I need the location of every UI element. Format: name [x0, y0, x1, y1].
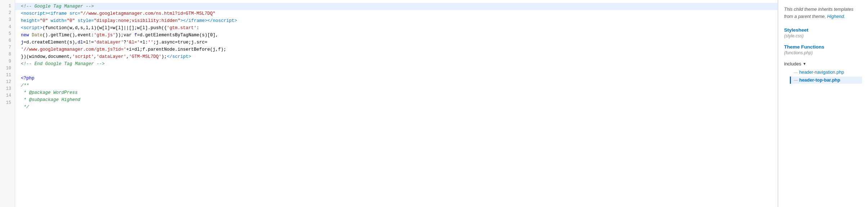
line-num-12: 12: [0, 79, 15, 86]
code-line-15: */: [15, 104, 778, 111]
line-num-11: 11: [0, 72, 15, 79]
code-line-13: * @package WordPress: [15, 89, 778, 96]
line-num-3: 3: [0, 17, 15, 23]
folder-label: includes: [784, 61, 801, 66]
line-numbers: 1 2 3 4 5 6 7 8 9 10 11 12 13 14 15: [0, 0, 15, 207]
file-prefix-2: —: [794, 78, 798, 82]
line-num-9: 9: [0, 58, 15, 65]
line-num-1: 1: [0, 3, 15, 10]
line-num-5: 5: [0, 31, 15, 37]
code-content[interactable]: <!-- Google Tag Manager --> <noscript><i…: [15, 0, 778, 207]
code-line-7: '//www.googletagmanager.com/gtm.js?id='+…: [15, 46, 778, 53]
code-line-5: new Date().getTime(),event:'gtm.js'});va…: [15, 32, 778, 39]
code-line-3: height="0" width="0" style="display:none…: [15, 17, 778, 24]
code-line-6: j=d.createElement(s),dl=l!='dataLayer'?'…: [15, 39, 778, 46]
code-line-12: /**: [15, 82, 778, 89]
file-prefix-1: —: [794, 70, 798, 74]
code-line-9: <!-- End Google Tag Manager -->: [15, 60, 778, 68]
file-name-2: header-top-bar.php: [799, 78, 840, 83]
file-header-top-bar[interactable]: — header-top-bar.php: [790, 77, 862, 84]
code-line-11: <?php: [15, 75, 778, 82]
line-num-2: 2: [0, 10, 15, 17]
includes-folder[interactable]: includes ▼: [784, 61, 862, 66]
theme-functions-link[interactable]: Theme Functions: [784, 44, 862, 50]
folder-arrow-icon: ▼: [803, 62, 806, 66]
code-editor[interactable]: 1 2 3 4 5 6 7 8 9 10 11 12 13 14 15 <!--…: [0, 0, 778, 207]
line-num-7: 7: [0, 44, 15, 51]
file-header-navigation[interactable]: — header-navigation.php: [790, 69, 862, 76]
code-line-8: })(window,document,'script','dataLayer',…: [15, 53, 778, 60]
code-line-14: * @subpackage Highend: [15, 96, 778, 104]
code-line-10: [15, 68, 778, 75]
line-num-15: 15: [0, 100, 15, 106]
line-num-13: 13: [0, 86, 15, 92]
line-num-6: 6: [0, 37, 15, 44]
file-list: — header-navigation.php — header-top-bar…: [790, 69, 862, 84]
code-line-4: <script>(function(w,d,s,l,i){w[l]=w[l]||…: [15, 24, 778, 32]
stylesheet-file: (style.css): [784, 33, 862, 38]
sidebar: This child theme inherits templates from…: [778, 0, 868, 207]
line-num-8: 8: [0, 51, 15, 58]
parent-theme-link[interactable]: Highend.: [827, 14, 845, 19]
code-line-2: <noscript><iframe src="//www.googletagma…: [15, 10, 778, 17]
theme-functions-file: (functions.php): [784, 50, 862, 55]
line-num-4: 4: [0, 24, 15, 31]
stylesheet-link[interactable]: Stylesheet: [784, 27, 862, 33]
line-num-10: 10: [0, 65, 15, 72]
line-num-14: 14: [0, 92, 15, 99]
file-name-1: header-navigation.php: [799, 70, 844, 75]
sidebar-description: This child theme inherits templates from…: [784, 6, 862, 20]
code-line-1: <!-- Google Tag Manager -->: [15, 3, 778, 10]
